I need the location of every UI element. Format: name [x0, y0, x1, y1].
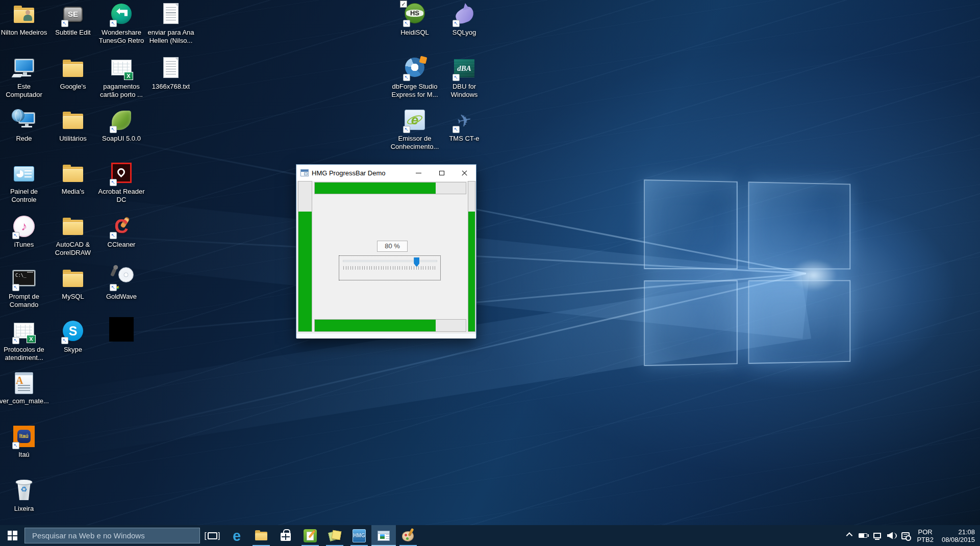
clock[interactable]: 21:08 08/08/2015: [938, 528, 980, 543]
desktop-icon-soapui-500[interactable]: SoapUI 5.0.0: [98, 108, 145, 143]
control-panel-icon: [11, 161, 37, 187]
percent-slider[interactable]: [339, 255, 441, 280]
shortcut-arrow-icon: [453, 126, 460, 133]
taskbar-app-hmg-ide[interactable]: HMG: [347, 525, 371, 546]
desktop-icon-dbu-for-windows[interactable]: dBADBU for Windows: [441, 56, 488, 99]
doc-text-icon: [158, 56, 184, 82]
desktop-icon-este-computador[interactable]: Este Computador: [1, 56, 47, 99]
percent-value-box: 80 %: [377, 241, 408, 252]
desktop-icon-grid: Nilton MedeirosSESubtitle EditWondershar…: [0, 0, 980, 525]
desktop-icon-unknown-black-square[interactable]: [98, 317, 145, 343]
keyboard-layout: PTB2: [917, 536, 934, 543]
desktop-icon-label: dbForge Studio Express for M...: [390, 83, 439, 99]
desktop-icon-label: Emissor de Conhecimento...: [390, 135, 439, 151]
taskbar-search-input[interactable]: [25, 528, 199, 543]
desktop-icon-label: HeidiSQL: [390, 29, 439, 37]
taskbar-app-image-editor[interactable]: [298, 525, 322, 546]
shortcut-arrow-icon: [403, 20, 410, 27]
minimize-button[interactable]: [407, 165, 430, 181]
desktop-icon-tms-ct-e[interactable]: ✈TMS CT-e: [441, 108, 488, 143]
battery-status[interactable]: [856, 525, 870, 546]
desktop-icon-1366x768-txt[interactable]: 1366x768.txt: [147, 56, 194, 91]
desktop-icon-label: Este Computador: [0, 83, 48, 99]
taskbar-app-store[interactable]: [273, 525, 298, 546]
minimize-icon: [416, 173, 421, 173]
desktop-icon-goldwave[interactable]: ~GoldWave: [98, 266, 145, 301]
taskbar-search[interactable]: [24, 528, 200, 543]
desktop-icon-mysql[interactable]: MySQL: [49, 266, 96, 301]
desktop-icon-dbforge-studio-express[interactable]: dbForge Studio Express for M...: [391, 56, 438, 99]
desktop-icon-utilitarios[interactable]: Utilitários: [49, 108, 96, 143]
shortcut-arrow-icon: [403, 74, 410, 81]
desktop-icon-label: Media's: [48, 188, 97, 196]
desktop-icon-pagamentos-cartao-porto[interactable]: Xpagamentos cartão porto ...: [98, 56, 145, 99]
window-titlebar[interactable]: HMG ProgressBar Demo: [296, 165, 476, 181]
language-indicator[interactable]: POR PTB2: [913, 528, 938, 543]
maximize-button[interactable]: [430, 165, 453, 181]
desktop-icon-sqlyog[interactable]: SQLyog: [441, 2, 488, 37]
desktop-icon-label: Prompt de Comando: [0, 293, 48, 309]
tms-icon: ✈: [451, 108, 478, 134]
shortcut-arrow-icon: [110, 232, 117, 239]
close-button[interactable]: [453, 165, 476, 181]
desktop-icon-label: CCleaner: [97, 241, 146, 249]
desktop-icon-ver-com-mate[interactable]: Aver_com_mate...: [1, 371, 47, 405]
desktop-icon-protocolos-de-atendimento[interactable]: XProtocolos de atendiment...: [1, 319, 47, 362]
desktop-icon-ccleaner[interactable]: CCCleaner: [98, 214, 145, 249]
tray-expand-button[interactable]: [841, 525, 856, 546]
black-icon: [108, 317, 135, 343]
action-center-button[interactable]: [898, 525, 913, 546]
hmg-ide-icon: HMG: [351, 528, 367, 543]
desktop-icon-label: ver_com_mate...: [0, 397, 48, 405]
start-button[interactable]: [0, 525, 24, 546]
desktop-icon-autocad-coreldraw[interactable]: AutoCAD & CorelDRAW: [49, 214, 96, 257]
shortcut-arrow-icon: [61, 20, 68, 27]
desktop-icon-medias[interactable]: Media's: [49, 161, 96, 196]
desktop-icon-googles[interactable]: Google's: [49, 56, 96, 91]
tunesgo-icon: [108, 2, 135, 28]
desktop-icon-prompt-de-comando[interactable]: C:\_Prompt de Comando: [1, 266, 47, 309]
badge-se-icon: SE: [60, 2, 86, 28]
slider-track[interactable]: [343, 260, 437, 262]
desktop-icon-label: Painel de Controle: [0, 188, 48, 204]
desktop-icon-label: DBU for Windows: [440, 83, 489, 99]
taskbar-app-edge[interactable]: e: [224, 525, 249, 546]
desktop-icon-emissor-de-conhecimento[interactable]: eEmissor de Conhecimento...: [391, 108, 438, 151]
desktop-icon-acrobat-reader-dc[interactable]: Acrobat Reader DC: [98, 161, 145, 204]
desktop-icon-lixeira[interactable]: ♻Lixeira: [1, 478, 47, 513]
desktop-icon-painel-de-controle[interactable]: Painel de Controle: [1, 161, 47, 204]
desktop-icon-label: enviar para Ana Hellen (Nilso...: [146, 29, 195, 45]
desktop-icon-rede[interactable]: Rede: [1, 108, 47, 143]
desktop-icon-label: AutoCAD & CorelDRAW: [48, 241, 97, 257]
desktop-icon-skype[interactable]: SSkype: [49, 319, 96, 354]
desktop-icon-subtitle-edit[interactable]: SESubtitle Edit: [49, 2, 96, 37]
taskbar-app-file-explorer[interactable]: [249, 525, 273, 546]
desktop-icon-itau[interactable]: ItaúItaú: [1, 424, 47, 459]
taskbar-app-hmg-progressbar-demo[interactable]: [371, 525, 396, 546]
progressbar-bottom: [314, 319, 466, 332]
desktop-icon-itunes[interactable]: ♪iTunes: [1, 214, 47, 249]
desktop-icon-label: Google's: [48, 83, 97, 91]
shortcut-arrow-icon: [12, 442, 19, 449]
desktop-icon-wondershare-tunesgo-retro[interactable]: Wondershare TunesGo Retro: [98, 2, 145, 45]
excel-icon: X: [11, 319, 37, 345]
shortcut-arrow-icon: [403, 126, 410, 133]
shortcut-arrow-icon: [12, 232, 19, 239]
taskbar-app-paint[interactable]: [396, 525, 420, 546]
action-center-icon: [901, 532, 910, 539]
taskbar-app-sticky-notes[interactable]: [322, 525, 347, 546]
desktop-icon-heidisql[interactable]: HSHeidiSQL: [391, 2, 438, 37]
desktop-icon-nilton-medeiros[interactable]: Nilton Medeiros: [1, 2, 47, 37]
window-client-area: 80 %: [296, 181, 476, 337]
desktop-icon-enviar-para-ana-hellen[interactable]: enviar para Ana Hellen (Nilso...: [147, 2, 194, 45]
task-view-button[interactable]: [200, 525, 224, 546]
wordpad-icon: A: [11, 371, 37, 396]
shortcut-arrow-icon: [12, 284, 19, 291]
shortcut-arrow-icon: [110, 179, 117, 186]
speaker-icon: [887, 532, 896, 539]
network-status[interactable]: [870, 525, 884, 546]
chevron-up-icon: [846, 532, 852, 539]
close-icon: [461, 170, 468, 176]
volume-status[interactable]: [884, 525, 898, 546]
edge-icon: e: [229, 528, 244, 543]
